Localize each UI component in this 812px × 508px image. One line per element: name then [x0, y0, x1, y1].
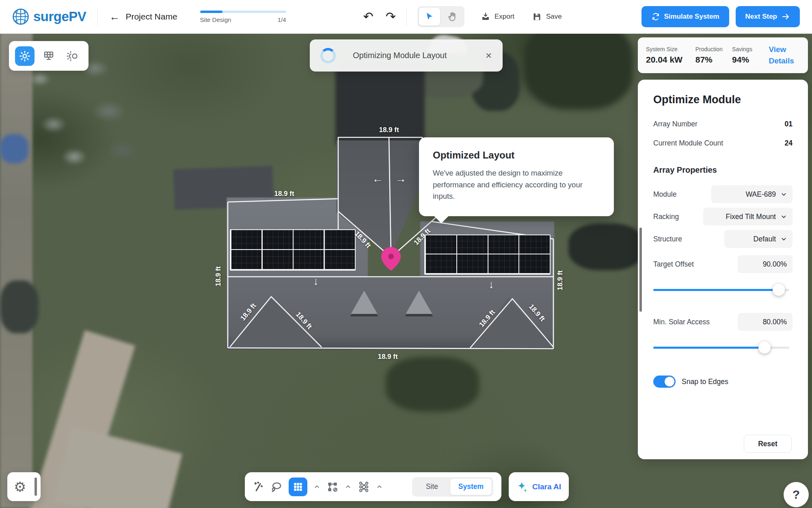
stringing-tool-button[interactable] [326, 481, 339, 493]
slider-thumb[interactable] [773, 284, 785, 296]
stringing-options-chevron[interactable] [345, 483, 352, 490]
panel-scrollbar[interactable] [639, 228, 642, 312]
site-tab[interactable]: Site [414, 482, 450, 491]
min-solar-access-slider[interactable] [653, 341, 793, 354]
location-pin[interactable] [381, 247, 401, 271]
export-label: Export [495, 13, 514, 21]
sparkle-icon [516, 481, 529, 493]
stat-value: 20.04 kW [646, 55, 695, 65]
hand-icon [447, 11, 458, 22]
racking-select[interactable]: Fixed Tilt Mount [703, 208, 793, 226]
simulate-system-label: Simulate System [664, 13, 719, 21]
progress-step-label: Site Design [200, 16, 231, 23]
snap-to-edges-label: Snap to Edges [682, 378, 728, 386]
structure-select-label: Structure [653, 235, 682, 243]
grid-options-chevron[interactable] [313, 483, 320, 490]
toggle-knob [665, 377, 674, 386]
lasso-tool-button[interactable] [270, 481, 283, 493]
auto-layout-tool-button[interactable] [253, 481, 264, 493]
solar-array-right[interactable] [424, 234, 551, 275]
optimize-module-panel: Optimize Module Array Number 01 Current … [638, 80, 808, 459]
save-icon [532, 12, 542, 22]
move-down-arrow[interactable]: ↓ [313, 275, 319, 288]
move-right-arrow[interactable]: → [395, 173, 406, 185]
solar-array-left[interactable] [230, 229, 356, 271]
dimension-label: 18.9 ft [274, 190, 294, 198]
surgepv-globe-icon [12, 8, 29, 25]
save-button[interactable]: Save [532, 12, 562, 22]
structure-select[interactable]: Default [724, 230, 793, 248]
min-solar-access-value[interactable]: 80.00% [738, 313, 793, 331]
array-number-row: Array Number 01 [653, 120, 793, 128]
dimension-label: 18.9 ft [556, 270, 564, 290]
slider-fill [653, 347, 764, 349]
chevron-down-icon [781, 214, 787, 220]
snap-to-edges-toggle[interactable] [653, 376, 676, 388]
site-system-toggle: Site System [412, 477, 493, 497]
grid-icon [293, 482, 303, 492]
export-button[interactable]: Export [481, 12, 514, 22]
top-bar: surgePV ← Project Name Site Design 1/4 ↶… [0, 0, 812, 34]
stringing-icon [326, 481, 339, 493]
select-tool-button[interactable] [419, 8, 440, 26]
racking-select-label: Racking [653, 213, 679, 221]
sun-icon [19, 50, 31, 62]
simulate-system-button[interactable]: Simulate System [641, 6, 729, 27]
stat-label: System Size [646, 46, 695, 52]
optimized-layout-tooltip: Optimized Layout We've adjusted the desi… [419, 137, 614, 216]
canvas-tool-palette [9, 41, 89, 71]
view-details-link[interactable]: View Details [769, 44, 800, 66]
move-left-arrow[interactable]: ← [372, 173, 383, 185]
module-select[interactable]: WAE-689 [711, 185, 793, 203]
redo-button[interactable]: ↷ [386, 11, 396, 23]
target-offset-slider[interactable] [653, 284, 793, 296]
undo-button[interactable]: ↶ [363, 11, 374, 23]
slider-thumb[interactable] [758, 341, 771, 354]
grid-layout-tool-button[interactable] [289, 478, 307, 496]
pointer-pan-toggle [417, 6, 464, 27]
target-offset-value[interactable]: 90.00% [738, 255, 793, 273]
workflow-tool-button[interactable] [358, 481, 370, 493]
settings-drag-handle[interactable] [35, 478, 37, 496]
back-arrow-icon[interactable]: ← [109, 11, 120, 23]
reset-button[interactable]: Reset [744, 435, 792, 453]
stat-value: 87% [695, 55, 732, 65]
nodes-icon [358, 481, 370, 493]
pan-tool-button[interactable] [442, 8, 463, 26]
settings-button[interactable]: ⚙ [7, 472, 41, 501]
optimizing-toast: Optimizing Module Layout ✕ [310, 39, 503, 72]
tooltip-body: We've adjusted the design to maximize pe… [433, 167, 600, 202]
move-down-arrow[interactable]: ↓ [488, 278, 494, 291]
app-root: 18.9 ft 18.9 ft 18.9 ft 18.9 ft 18.9 ft … [0, 0, 812, 508]
racking-select-value: Fixed Tilt Mount [726, 213, 776, 221]
array-number-label: Array Number [653, 120, 698, 128]
cursor-icon [425, 12, 434, 22]
gear-icon: ⚙ [14, 480, 26, 494]
help-button[interactable]: ? [784, 482, 809, 507]
bottom-toolbar: Site System [245, 472, 501, 501]
next-step-label: Next Step [745, 13, 777, 21]
logo[interactable]: surgePV [12, 8, 86, 25]
clara-ai-label: Clara AI [532, 482, 561, 491]
system-stats-card: System Size 20.04 kW Production 87% Savi… [638, 37, 808, 73]
system-tab[interactable]: System [450, 479, 492, 495]
irradiance-tool-button[interactable] [15, 46, 35, 66]
array-properties-heading: Array Properties [653, 165, 793, 175]
progress-indicator: Site Design 1/4 [200, 11, 286, 23]
dimension-label: 18.9 ft [378, 353, 397, 361]
tooltip-title: Optimized Layout [433, 150, 600, 161]
next-step-button[interactable]: Next Step [736, 6, 800, 27]
chevron-up-icon [376, 483, 383, 490]
solar-panel-icon [43, 50, 55, 62]
toast-close-icon[interactable]: ✕ [485, 51, 492, 61]
toast-message: Optimizing Module Layout [353, 51, 447, 60]
clara-ai-button[interactable]: Clara AI [509, 472, 569, 501]
module-count-value: 24 [785, 139, 793, 148]
workflow-options-chevron[interactable] [376, 483, 383, 490]
magic-wand-icon [253, 481, 264, 493]
module-count-label: Current Module Count [653, 139, 723, 148]
solar-panel-tool-button[interactable] [39, 46, 58, 66]
loading-spinner-icon [320, 48, 336, 63]
sync-icon [651, 12, 660, 21]
shading-tool-button[interactable] [63, 46, 82, 66]
